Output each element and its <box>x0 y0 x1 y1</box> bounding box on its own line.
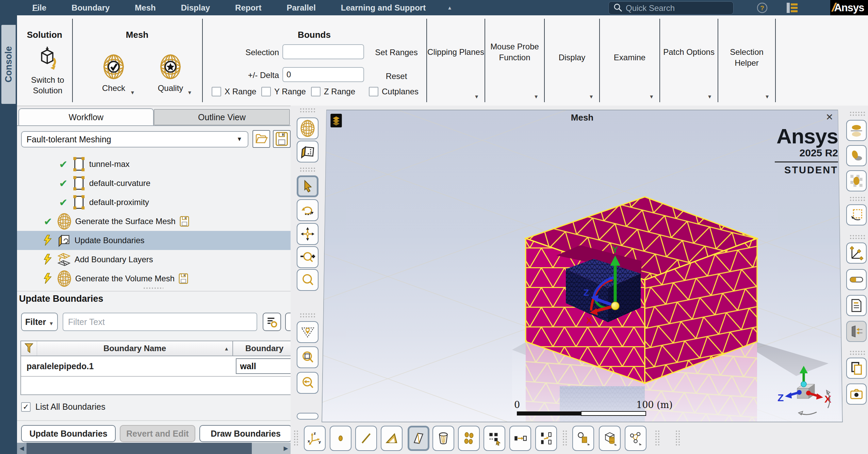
list-all-boundaries-box[interactable]: ✓ <box>21 402 31 412</box>
z-range-checkbox[interactable]: Z Range <box>311 87 355 96</box>
menu-parallel[interactable]: Parallel <box>274 3 328 13</box>
cutplanes-checkbox[interactable]: Cutplanes <box>369 87 419 96</box>
region-tool-button[interactable] <box>432 426 454 451</box>
filter-options-button[interactable] <box>263 313 281 331</box>
transparency-button[interactable] <box>846 170 867 191</box>
mouse-probe-dropdown-icon[interactable]: ▼ <box>534 94 539 99</box>
z-range-box[interactable] <box>311 87 321 96</box>
tab-workflow[interactable]: Workflow <box>18 108 154 125</box>
clipping-planes-group[interactable]: Clipping Planes▼ <box>427 15 485 106</box>
tree-item-default-curvature[interactable]: ✔ default-curvature <box>17 174 291 193</box>
revert-and-edit-button[interactable]: Revert and Edit <box>120 425 195 442</box>
examine-dropdown-icon[interactable]: ▼ <box>649 94 654 99</box>
copy-view-button[interactable] <box>846 358 867 379</box>
scroll-left-icon[interactable]: ◀ <box>17 443 27 454</box>
toolbar-handle[interactable] <box>849 111 866 117</box>
y-range-box[interactable] <box>261 87 271 96</box>
delta-input[interactable] <box>282 67 364 82</box>
box-display-button[interactable] <box>297 141 318 162</box>
tree-item-generate-volume-mesh[interactable]: Generate the Volume Mesh <box>17 269 291 288</box>
tree-item-tunnel-max[interactable]: ✔ tunnel-max <box>17 155 291 174</box>
scroll-right-icon[interactable]: ▶ <box>281 443 291 454</box>
help-icon[interactable]: ? <box>756 2 768 14</box>
workflow-type-select[interactable]: Fault-tolerant Meshing▼ <box>21 131 248 147</box>
tab-outline-view[interactable]: Outline View <box>154 109 290 125</box>
patch-options-group[interactable]: Patch Options▼ <box>660 15 718 106</box>
mesh-quality-dropdown-icon[interactable]: ▼ <box>187 90 192 95</box>
multi-select-button[interactable] <box>484 426 505 451</box>
mouse-probe-group[interactable]: Mouse Probe Function▼ <box>485 15 544 106</box>
draw-boundaries-button[interactable]: Draw Boundaries <box>199 425 291 442</box>
column-boundary-name[interactable]: Boundary Name▲ <box>37 341 233 356</box>
mesh-3d-scene[interactable]: Y Z X 0 100 (m) <box>322 110 843 422</box>
selection-helper-group[interactable]: Selection Helper▼ <box>718 15 775 106</box>
window-layers-icon[interactable] <box>330 114 342 127</box>
distribute-button[interactable] <box>535 426 557 451</box>
shapes-button[interactable] <box>572 426 594 451</box>
open-workflow-button[interactable] <box>252 130 270 148</box>
tree-item-add-boundary-layers[interactable]: Add Boundary Layers <box>17 250 291 269</box>
filter-text-input[interactable] <box>63 313 257 331</box>
polygon-select-button[interactable] <box>297 321 318 343</box>
transfer-button[interactable] <box>509 426 531 451</box>
zoom-back-button[interactable] <box>297 372 318 394</box>
column-boundary-type[interactable]: Boundary <box>233 344 291 353</box>
axes-button[interactable] <box>846 242 867 264</box>
axis-triad-button[interactable] <box>304 426 326 451</box>
mirror-display-button[interactable] <box>846 120 867 141</box>
x-range-box[interactable] <box>212 87 221 96</box>
panel-toggle-button[interactable] <box>846 321 867 342</box>
snapshot-button[interactable] <box>846 383 867 405</box>
close-icon[interactable]: ✕ <box>825 112 833 122</box>
toolbar-collapse-handle[interactable] <box>297 413 318 420</box>
mesh-check-button[interactable]: Check <box>100 53 127 93</box>
menu-file[interactable]: File <box>32 3 59 13</box>
object-group-button[interactable] <box>458 426 480 451</box>
point-tool-button[interactable] <box>330 426 351 451</box>
report-button[interactable] <box>846 295 867 316</box>
pan-view-button[interactable] <box>297 223 318 245</box>
collapse-ribbon-icon[interactable]: ▲ <box>447 5 452 11</box>
panel-horizontal-scrollbar[interactable]: ◀ ▶ <box>17 443 291 454</box>
mesh-quality-button[interactable]: Quality <box>156 53 185 93</box>
menu-mesh[interactable]: Mesh <box>122 3 168 13</box>
graphics-window[interactable]: Y Z X 0 100 (m) <box>322 110 843 422</box>
mesh-display-button[interactable] <box>297 118 318 139</box>
x-range-checkbox[interactable]: X Range <box>212 87 256 96</box>
panel-layout-icon[interactable] <box>785 1 799 15</box>
display-group[interactable]: Display▼ <box>545 15 599 106</box>
selection-input[interactable] <box>282 44 364 59</box>
pointer-select-button[interactable] <box>297 175 318 197</box>
row-filter-cell[interactable] <box>21 341 37 356</box>
shadow-display-button[interactable] <box>846 145 867 166</box>
boundary-name-cell[interactable]: paralelepipedo.1 <box>21 361 236 371</box>
examine-group[interactable]: Examine▼ <box>600 15 659 106</box>
set-ranges-button[interactable]: Set Ranges <box>371 48 422 57</box>
menu-report[interactable]: Report <box>223 3 274 13</box>
sort-ascending-icon[interactable]: ▲ <box>224 346 229 351</box>
zoom-view-button[interactable] <box>297 269 318 291</box>
quick-search[interactable] <box>608 1 734 15</box>
cutplanes-box[interactable] <box>369 87 378 96</box>
line-tool-button[interactable] <box>355 426 377 451</box>
plane-tool-button[interactable] <box>408 426 429 451</box>
zoom-in-out-button[interactable] <box>297 246 318 268</box>
toolbar-handle[interactable] <box>293 430 299 446</box>
tree-item-update-boundaries[interactable]: Update Boundaries <box>17 231 291 250</box>
triangle-tool-button[interactable] <box>381 426 403 451</box>
reset-button[interactable]: Reset <box>371 72 422 81</box>
scrollbar-thumb[interactable] <box>27 443 252 454</box>
menu-display[interactable]: Display <box>168 3 223 13</box>
y-range-checkbox[interactable]: Y Range <box>261 87 306 96</box>
node-graph-button[interactable] <box>625 426 646 451</box>
list-all-boundaries-checkbox[interactable]: ✓ List All Boundaries <box>21 402 105 412</box>
update-boundaries-button[interactable]: Update Boundaries <box>21 425 116 442</box>
previous-view-button[interactable] <box>846 204 867 225</box>
rotate-view-button[interactable] <box>297 199 318 221</box>
table-row[interactable]: paralelepipedo.1 wall <box>21 356 291 377</box>
tree-splitter-handle[interactable] <box>143 287 163 290</box>
display-dropdown-icon[interactable]: ▼ <box>589 94 594 99</box>
quick-search-input[interactable] <box>625 3 725 13</box>
selection-helper-dropdown-icon[interactable]: ▼ <box>765 94 770 99</box>
patch-options-dropdown-icon[interactable]: ▼ <box>707 94 712 99</box>
